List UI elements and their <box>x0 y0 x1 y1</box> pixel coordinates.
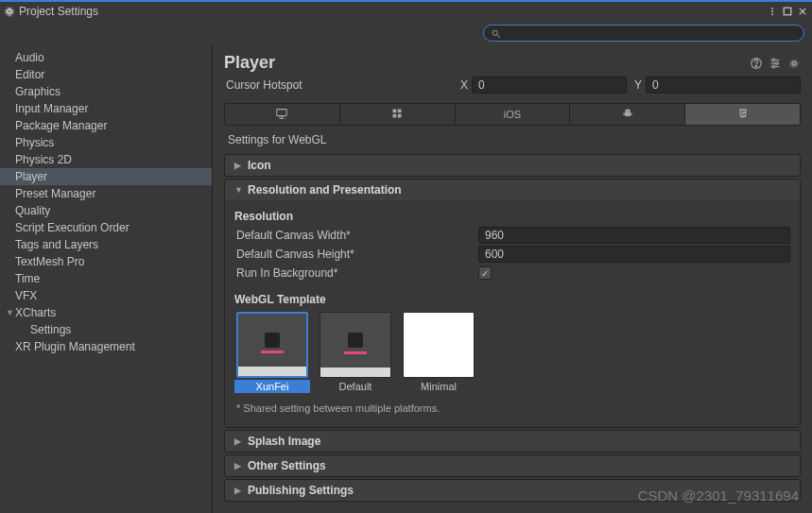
cursor-y-input[interactable] <box>646 77 801 94</box>
gear-icon <box>4 6 15 17</box>
section-resolution-header[interactable]: ▼ Resolution and Presentation <box>225 180 800 200</box>
section-label: Other Settings <box>248 459 326 472</box>
sidebar-item-xcharts[interactable]: ▼ XCharts <box>0 304 212 321</box>
sidebar: Audio Editor Graphics Input Manager Pack… <box>0 45 213 513</box>
close-icon[interactable] <box>797 6 808 17</box>
sidebar-item-time[interactable]: Time <box>0 270 212 287</box>
svg-rect-22 <box>398 114 402 118</box>
template-subheader: WebGL Template <box>234 293 790 306</box>
sidebar-item-vfx[interactable]: VFX <box>0 287 212 304</box>
searchbar[interactable] <box>483 25 804 42</box>
section-publishing: ▶ Publishing Settings <box>224 479 801 502</box>
chevron-right-icon: ▶ <box>234 486 242 495</box>
template-thumb <box>236 312 308 378</box>
sidebar-item-input-manager[interactable]: Input Manager <box>0 100 212 117</box>
svg-line-7 <box>497 35 500 38</box>
section-icon: ▶ Icon <box>224 154 801 177</box>
chevron-down-icon: ▼ <box>234 185 242 195</box>
template-label: Minimal <box>401 380 476 393</box>
presets-icon[interactable] <box>769 57 782 70</box>
canvas-height-label: Default Canvas Height* <box>234 248 478 261</box>
sidebar-item-xr-plugin[interactable]: XR Plugin Management <box>0 338 212 355</box>
sidebar-item-physics[interactable]: Physics <box>0 134 212 151</box>
canvas-width-label: Default Canvas Width* <box>234 229 478 242</box>
section-label: Publishing Settings <box>248 484 354 497</box>
run-bg-label: Run In Background* <box>234 266 478 280</box>
settings-for-label: Settings for WebGL <box>224 129 801 154</box>
sidebar-item-player[interactable]: Player <box>0 168 212 185</box>
gear-icon[interactable] <box>787 57 801 70</box>
run-bg-checkbox[interactable] <box>478 266 492 280</box>
svg-point-14 <box>775 61 778 64</box>
section-label: Resolution and Presentation <box>248 183 402 197</box>
svg-rect-26 <box>623 112 624 115</box>
svg-point-2 <box>771 13 773 15</box>
svg-rect-19 <box>393 110 397 113</box>
template-thumb <box>320 312 391 378</box>
svg-rect-16 <box>277 110 287 116</box>
ios-icon: iOS <box>504 109 521 120</box>
sidebar-item-label: XCharts <box>15 305 56 320</box>
svg-point-9 <box>755 65 756 66</box>
help-icon[interactable] <box>750 57 763 70</box>
platform-tabs: iOS <box>224 103 801 126</box>
canvas-height-input[interactable] <box>478 246 790 263</box>
section-label: Splash Image <box>248 435 320 448</box>
canvas-width-input[interactable] <box>478 227 790 244</box>
tab-android[interactable] <box>570 104 685 125</box>
template-label: Default <box>318 380 393 393</box>
menu-icon[interactable] <box>767 6 778 17</box>
sidebar-item-package-manager[interactable]: Package Manager <box>0 117 212 134</box>
svg-rect-27 <box>631 112 631 115</box>
svg-rect-20 <box>398 110 402 113</box>
svg-rect-3 <box>784 8 791 15</box>
sidebar-item-preset-manager[interactable]: Preset Manager <box>0 185 212 202</box>
sidebar-item-textmesh-pro[interactable]: TextMesh Pro <box>0 253 212 270</box>
cursor-hotspot-label: Cursor Hotspot <box>224 78 457 92</box>
sidebar-item-script-execution[interactable]: Script Execution Order <box>0 219 212 236</box>
sidebar-item-quality[interactable]: Quality <box>0 202 212 219</box>
template-thumb <box>403 312 475 378</box>
tab-standalone[interactable] <box>225 104 340 125</box>
search-input[interactable] <box>505 27 796 39</box>
sidebar-item-xcharts-settings[interactable]: Settings <box>0 321 212 338</box>
window-title: Project Settings <box>19 5 98 18</box>
search-icon <box>492 28 501 38</box>
section-other-header[interactable]: ▶ Other Settings <box>225 455 800 476</box>
sidebar-item-physics-2d[interactable]: Physics 2D <box>0 151 212 168</box>
x-label: X <box>457 78 468 92</box>
tab-ios[interactable]: iOS <box>456 104 571 125</box>
sidebar-item-tags-layers[interactable]: Tags and Layers <box>0 236 212 253</box>
maximize-icon[interactable] <box>782 6 793 17</box>
section-splash: ▶ Splash Image <box>224 430 801 453</box>
section-icon-header[interactable]: ▶ Icon <box>225 155 800 176</box>
sidebar-item-editor[interactable]: Editor <box>0 66 212 83</box>
template-label: XunFei <box>234 380 310 393</box>
html5-icon <box>737 108 749 121</box>
section-label: Icon <box>248 159 271 172</box>
sidebar-item-graphics[interactable]: Graphics <box>0 83 212 100</box>
sidebar-item-audio[interactable]: Audio <box>0 49 212 66</box>
section-publishing-header[interactable]: ▶ Publishing Settings <box>225 480 800 501</box>
resolution-subheader: Resolution <box>234 210 790 223</box>
y-label: Y <box>631 78 642 92</box>
section-resolution: ▼ Resolution and Presentation Resolution… <box>224 179 801 428</box>
svg-point-13 <box>772 59 775 61</box>
cursor-x-input[interactable] <box>472 77 627 94</box>
section-splash-header[interactable]: ▶ Splash Image <box>225 431 800 452</box>
monitor-icon <box>275 107 288 122</box>
tab-webgl[interactable] <box>685 104 800 125</box>
chevron-down-icon: ▼ <box>6 305 13 320</box>
shared-footnote: * Shared setting between multiple platfo… <box>234 393 790 418</box>
searchbar-row <box>0 21 812 45</box>
content-panel: Player Cursor Hotspot X Y <box>213 45 812 513</box>
template-minimal[interactable]: Minimal <box>401 312 476 393</box>
tab-windows[interactable] <box>340 104 456 125</box>
chevron-right-icon: ▶ <box>234 461 242 470</box>
template-xunfei[interactable]: XunFei <box>234 312 310 393</box>
chevron-right-icon: ▶ <box>234 436 242 446</box>
windows-icon <box>391 108 403 121</box>
template-default[interactable]: Default <box>318 312 393 393</box>
svg-point-1 <box>771 10 773 12</box>
svg-point-15 <box>772 65 775 68</box>
